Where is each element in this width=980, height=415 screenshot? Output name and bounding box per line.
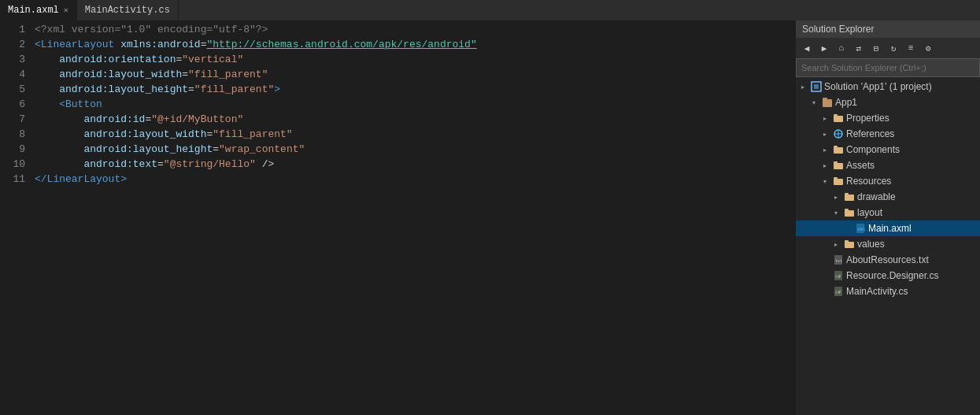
tree-item-mainactivity[interactable]: c#MainActivity.cs (796, 283, 980, 299)
tree-item-main-axml[interactable]: xmlMain.axml (796, 220, 980, 236)
svg-rect-22 (845, 240, 849, 243)
main-area: 1234567891011 <?xml version="1.0" encodi… (0, 20, 980, 415)
code-line: android:text="@string/Hello" /> (35, 157, 795, 172)
file-xml-icon: xml (854, 222, 867, 235)
tree-chevron-icon (819, 286, 830, 297)
tree-item-components[interactable]: ▸Components (796, 142, 980, 157)
editor: 1234567891011 <?xml version="1.0" encodi… (0, 20, 795, 415)
tree-item-label: Assets (846, 160, 875, 171)
folder-icon (832, 112, 845, 124)
tree-item-solution[interactable]: ▸Solution 'App1' (1 project) (796, 79, 980, 94)
se-tree: ▸Solution 'App1' (1 project)▾App1▸Proper… (796, 77, 980, 415)
tree-chevron-icon[interactable]: ▸ (819, 160, 830, 171)
se-collapse-btn[interactable]: ⊟ (868, 40, 884, 56)
code-line: </LinearLayout> (35, 172, 795, 187)
tab-mainactivity-cs[interactable]: MainActivity.cs (77, 0, 179, 20)
solution-icon (810, 80, 823, 93)
folder-icon (832, 143, 845, 156)
tree-chevron-icon[interactable]: ▸ (830, 191, 841, 202)
tab-main-axml-close[interactable]: ✕ (64, 6, 68, 15)
folder-icon (843, 191, 856, 203)
se-forward-btn[interactable]: ▶ (816, 40, 832, 56)
tree-chevron-icon[interactable]: ▸ (797, 81, 808, 92)
token-attr: android:layout_height (35, 83, 188, 95)
tree-item-resources[interactable]: ▾Resources (796, 173, 980, 189)
svg-rect-16 (845, 193, 849, 195)
se-home-btn[interactable]: ⌂ (834, 40, 849, 56)
tree-item-label: Resource.Designer.cs (846, 270, 938, 281)
token-attr: android:layout_width (35, 69, 182, 80)
svg-text:txt: txt (835, 258, 842, 263)
svg-text:c#: c# (835, 289, 841, 295)
code-content[interactable]: <?xml version="1.0" encoding="utf-8"?><L… (31, 20, 795, 415)
se-toolbar: ◀ ▶ ⌂ ⇄ ⊟ ↻ ≡ ⚙ (796, 38, 980, 58)
svg-rect-13 (834, 179, 843, 185)
se-settings-btn[interactable]: ⚙ (920, 40, 936, 56)
token-attr: android:orientation (35, 54, 176, 65)
token-val: "fill_parent" (194, 83, 274, 95)
token-attr: xmlns:android (114, 39, 200, 50)
token-link: "http://schemas.android.com/apk/res/andr… (206, 39, 476, 50)
se-filter-btn[interactable]: ≡ (903, 40, 919, 56)
code-line: android:layout_width="fill_parent" (35, 67, 795, 82)
svg-text:c#: c# (835, 273, 841, 279)
code-line: android:layout_height="wrap_content" (35, 142, 795, 157)
token-attr: android:id (35, 113, 145, 125)
tree-item-label: Resources (846, 176, 891, 187)
tree-item-layout[interactable]: ▾layout (796, 205, 980, 220)
tree-item-app1[interactable]: ▾App1 (796, 94, 980, 110)
tree-item-values[interactable]: ▸values (796, 236, 980, 252)
tree-item-resource-designer[interactable]: c#Resource.Designer.cs (796, 268, 980, 283)
token-val: "fill_parent" (213, 128, 292, 140)
folder-icon (843, 206, 856, 219)
token-tag: </LinearLayout> (35, 173, 127, 185)
tree-item-aboutresources[interactable]: txtAboutResources.txt (796, 252, 980, 268)
tab-bar: Main.axml ✕ MainActivity.cs (0, 0, 980, 20)
tree-chevron-icon[interactable]: ▸ (819, 128, 830, 139)
code-line: android:id="@+id/MyButton" (35, 112, 795, 127)
svg-rect-17 (845, 210, 854, 217)
token-val: "@+id/MyButton" (151, 113, 243, 125)
tree-item-drawable[interactable]: ▸drawable (796, 189, 980, 205)
tree-item-assets[interactable]: ▸Assets (796, 157, 980, 173)
tree-item-label: layout (857, 207, 882, 218)
tree-item-label: Solution 'App1' (1 project) (824, 81, 932, 92)
token-close: > (274, 83, 280, 95)
token-eq: = (182, 69, 188, 80)
code-line: android:orientation="vertical" (35, 52, 795, 67)
svg-rect-15 (845, 195, 854, 201)
token-val: "wrap_content" (219, 143, 305, 155)
tree-item-properties[interactable]: ▸Properties (796, 110, 980, 126)
token-eq: = (213, 143, 219, 155)
tree-chevron-icon[interactable]: ▸ (830, 239, 841, 250)
tree-chevron-icon[interactable]: ▸ (819, 144, 830, 155)
svg-rect-2 (823, 99, 832, 107)
project-icon (821, 96, 834, 109)
tree-item-label: Properties (846, 113, 889, 124)
token-eq: = (157, 158, 164, 170)
tree-chevron-icon[interactable]: ▸ (819, 113, 830, 124)
token-attr: android:layout_width (35, 128, 206, 140)
token-tag: <LinearLayout (35, 39, 114, 50)
solution-explorer: Solution Explorer ◀ ▶ ⌂ ⇄ ⊟ ↻ ≡ ⚙ ▸Solut… (795, 20, 980, 415)
token-tag: <Button (35, 98, 102, 110)
code-line: <Button (35, 97, 795, 112)
token-val: "fill_parent" (188, 69, 268, 80)
svg-rect-18 (845, 209, 849, 211)
se-header-title: Solution Explorer (796, 20, 980, 38)
code-line: <LinearLayout xmlns:android="http://sche… (35, 37, 795, 52)
tab-main-axml[interactable]: Main.axml ✕ (0, 0, 77, 20)
se-back-btn[interactable]: ◀ (799, 40, 815, 56)
folder-icon (843, 238, 856, 250)
svg-rect-9 (834, 147, 843, 154)
tab-mainactivity-cs-label: MainActivity.cs (85, 5, 170, 16)
se-refresh-btn[interactable]: ↻ (886, 40, 901, 56)
se-search-input[interactable] (796, 58, 980, 77)
tree-chevron-icon[interactable]: ▾ (808, 97, 819, 108)
tree-chevron-icon[interactable]: ▾ (819, 176, 830, 187)
tree-chevron-icon[interactable]: ▾ (830, 207, 841, 218)
folder-icon (832, 159, 845, 172)
tree-item-label: AboutResources.txt (846, 254, 929, 265)
se-sync-btn[interactable]: ⇄ (851, 40, 867, 56)
tree-item-references[interactable]: ▸References (796, 126, 980, 142)
